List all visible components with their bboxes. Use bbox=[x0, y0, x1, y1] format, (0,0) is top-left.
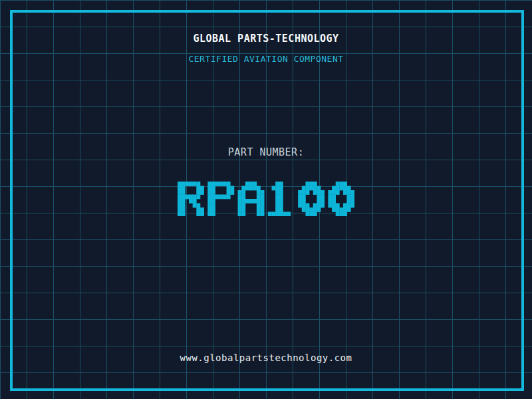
blueprint-placard: GLOBAL PARTS-TECHNOLOGY CERTIFIED AVIATI… bbox=[0, 0, 532, 399]
part-number-label: PART NUMBER: bbox=[0, 146, 532, 158]
certification-tagline: CERTIFIED AVIATION COMPONENT bbox=[0, 54, 532, 64]
company-name: GLOBAL PARTS-TECHNOLOGY bbox=[0, 33, 532, 45]
website-url: www.globalpartstechnology.com bbox=[0, 352, 532, 363]
part-number-value bbox=[178, 182, 354, 216]
